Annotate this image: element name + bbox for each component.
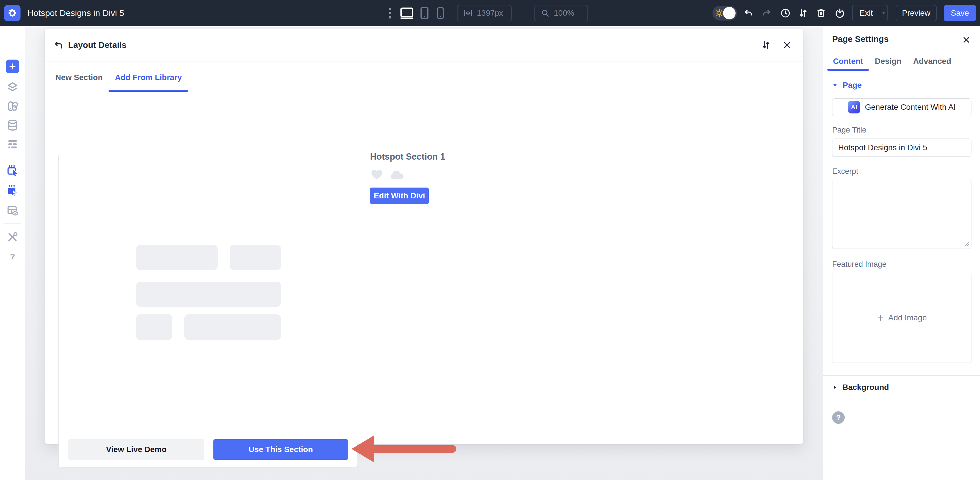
tab-design[interactable]: Design	[875, 52, 901, 71]
tablet-view-button[interactable]	[419, 0, 430, 26]
swatches-icon	[6, 100, 19, 113]
power-export-icon	[834, 8, 845, 19]
width-icon	[463, 8, 473, 18]
generate-content-ai-button[interactable]: AI Generate Content With AI	[832, 98, 972, 116]
tab-advanced[interactable]: Advanced	[913, 52, 951, 71]
modal-close-button[interactable]	[781, 39, 794, 51]
hotspot-filled-icon	[6, 184, 19, 196]
more-options-button[interactable]	[387, 0, 393, 26]
page-settings-panel: Page Settings Content Design Advanced Pa…	[823, 26, 980, 480]
trash-button[interactable]	[815, 0, 827, 26]
section-toggle-page[interactable]: Page	[832, 81, 972, 90]
add-image-box[interactable]: Add Image	[832, 273, 972, 363]
view-live-demo-button[interactable]: View Live Demo	[68, 439, 204, 460]
undo-button[interactable]	[742, 0, 755, 26]
panel-tabs: Content Design Advanced	[833, 52, 951, 71]
sidebar-item-layers[interactable]	[6, 81, 19, 94]
panel-close-button[interactable]	[960, 33, 973, 46]
skeleton-block	[230, 245, 281, 270]
sort-arrows-icon	[798, 8, 808, 19]
canvas-width-input[interactable]: 1397px	[457, 5, 512, 21]
gear-icon	[7, 8, 18, 18]
panel-body: Page AI Generate Content With AI Page Ti…	[823, 81, 980, 424]
arrow-shaft	[370, 445, 457, 453]
tab-new-section[interactable]: New Section	[55, 62, 103, 93]
page-title-label: Page Title	[832, 126, 972, 134]
hotspot-outline-icon	[6, 164, 19, 177]
save-button[interactable]: Save	[944, 5, 976, 21]
back-icon[interactable]	[53, 40, 64, 50]
toggle-knob	[723, 7, 735, 19]
sidebar-item-database[interactable]	[6, 119, 19, 131]
skeleton-block	[136, 245, 218, 270]
theme-toggle[interactable]	[713, 6, 737, 21]
desktop-view-button[interactable]	[399, 0, 415, 26]
list-rows-icon	[6, 138, 19, 150]
preview-button[interactable]: Preview	[896, 5, 937, 21]
panel-help-button[interactable]: ?	[832, 411, 845, 424]
desktop-icon	[399, 6, 414, 20]
tab-content[interactable]: Content	[833, 52, 863, 71]
modal-title: Layout Details	[68, 40, 126, 50]
skeleton-block	[136, 282, 281, 307]
history-icon	[780, 8, 791, 19]
excerpt-textarea[interactable]	[832, 180, 972, 249]
page-settings-button[interactable]	[4, 5, 21, 21]
help-icon: ?	[836, 413, 841, 422]
sidebar-item-interactions-active[interactable]	[6, 184, 19, 196]
page-title: Hotspot Designs in Divi 5	[27, 0, 124, 26]
plus-icon	[8, 62, 16, 70]
plus-icon	[877, 314, 884, 322]
divi-builder-screen: Hotspot Designs in Divi 5 1397px 100%	[0, 0, 980, 480]
exit-button[interactable]: Exit	[852, 5, 888, 21]
modal-sort-button[interactable]	[760, 39, 772, 51]
zoom-level-input[interactable]: 100%	[535, 5, 588, 21]
add-module-button[interactable]	[6, 60, 19, 73]
builder-sidebar: ?	[0, 26, 25, 480]
portability-button[interactable]	[833, 0, 846, 26]
layout-details-modal: Layout Details New Section Add From Libr…	[45, 28, 803, 444]
sidebar-divider	[4, 223, 21, 224]
add-image-label: Add Image	[888, 313, 927, 322]
section-toggle-background[interactable]: Background	[832, 376, 972, 399]
panel-header: Page Settings Content Design Advanced	[823, 26, 980, 71]
excerpt-label: Excerpt	[832, 167, 972, 176]
more-options-icon	[388, 7, 392, 19]
tab-add-from-library[interactable]: Add From Library	[115, 62, 182, 93]
phone-view-button[interactable]	[435, 0, 445, 26]
sidebar-item-wireframe-view[interactable]	[6, 205, 19, 217]
preview-label: Preview	[902, 8, 931, 18]
section-meta-icons	[370, 168, 405, 180]
exit-dropdown[interactable]	[880, 5, 888, 21]
sidebar-item-design-presets[interactable]	[6, 100, 19, 113]
use-this-section-button[interactable]: Use This Section	[213, 439, 348, 460]
caret-down-icon	[832, 82, 838, 88]
sort-layers-button[interactable]	[797, 0, 810, 26]
layout-eye-icon	[6, 205, 19, 217]
canvas-width-value: 1397px	[477, 8, 503, 18]
heart-icon[interactable]	[370, 168, 384, 180]
modal-tabs: New Section Add From Library	[45, 62, 803, 93]
modal-header: Layout Details	[45, 29, 803, 62]
sidebar-item-tools[interactable]	[6, 231, 19, 243]
layers-icon	[6, 81, 19, 94]
redo-button[interactable]	[760, 0, 773, 26]
database-icon	[6, 119, 19, 131]
caret-right-icon	[832, 385, 837, 390]
history-button[interactable]	[779, 0, 792, 26]
page-title-input[interactable]	[832, 139, 972, 157]
featured-image-label: Featured Image	[832, 260, 972, 269]
close-icon	[962, 36, 970, 44]
phone-icon	[437, 7, 444, 19]
edit-with-divi-button[interactable]: Edit With Divi	[370, 188, 429, 204]
sidebar-item-fields[interactable]	[6, 138, 19, 150]
modal-body: View Live Demo Use This Section Hotspot …	[45, 93, 803, 444]
panel-title: Page Settings	[832, 34, 889, 44]
sidebar-item-help[interactable]: ?	[6, 250, 19, 263]
cloud-icon[interactable]	[389, 168, 405, 180]
panel-divider	[823, 399, 980, 399]
close-icon	[783, 40, 792, 49]
sidebar-item-interactions[interactable]	[6, 164, 19, 177]
chevron-down-icon	[881, 11, 886, 16]
resize-handle[interactable]	[965, 241, 969, 246]
